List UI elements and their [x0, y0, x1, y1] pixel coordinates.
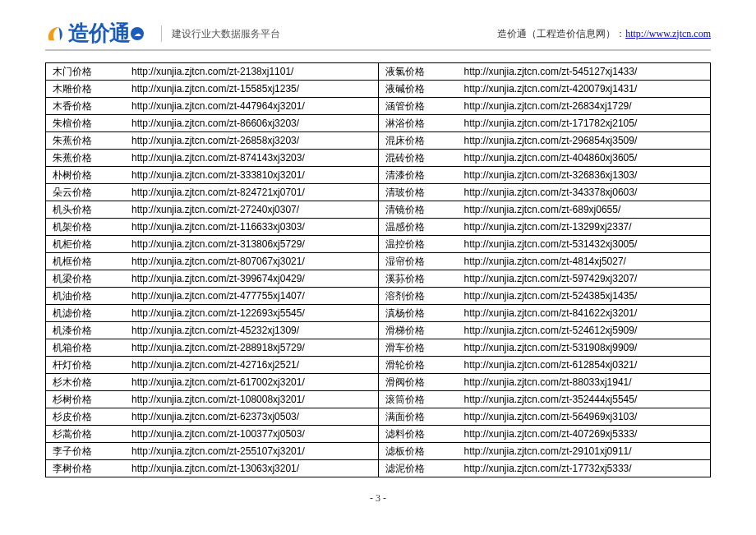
row-url[interactable]: http://xunjia.zjtcn.com/zt-17732xj5333/ [461, 460, 711, 477]
row-url[interactable]: http://xunjia.zjtcn.com/zt-824721xj0701/ [128, 184, 378, 201]
row-url[interactable]: http://xunjia.zjtcn.com/zt-326836xj1303/ [461, 167, 711, 183]
row-name: 朱楦价格 [46, 115, 128, 131]
row-url[interactable]: http://xunjia.zjtcn.com/zt-296854xj3509/ [461, 132, 711, 149]
row-name: 滑车价格 [379, 339, 461, 356]
row-url[interactable]: http://xunjia.zjtcn.com/zt-343378xj0603/ [461, 184, 711, 201]
row-url[interactable]: http://xunjia.zjtcn.com/zt-404860xj3605/ [461, 150, 711, 166]
page-header: 造价通 ☁ 建设行业大数据服务平台 造价通（工程造价信息网）：http://ww… [45, 23, 711, 51]
row-url[interactable]: http://xunjia.zjtcn.com/zt-26858xj3203/ [128, 132, 378, 149]
table-row: 机框价格http://xunjia.zjtcn.com/zt-807067xj3… [46, 253, 378, 270]
row-url[interactable]: http://xunjia.zjtcn.com/zt-333810xj3201/ [128, 167, 378, 183]
row-name: 温控价格 [379, 236, 461, 252]
row-name: 混砖价格 [379, 150, 461, 166]
row-url[interactable]: http://xunjia.zjtcn.com/zt-874143xj3203/ [128, 150, 378, 166]
row-url[interactable]: http://xunjia.zjtcn.com/zt-86606xj3203/ [128, 115, 378, 131]
table-row: 机滤价格http://xunjia.zjtcn.com/zt-122693xj5… [46, 305, 378, 322]
table-row: 朱楦价格http://xunjia.zjtcn.com/zt-86606xj32… [46, 115, 378, 132]
row-name: 滑阀价格 [379, 374, 461, 390]
row-url[interactable]: http://xunjia.zjtcn.com/zt-617002xj3201/ [128, 374, 378, 390]
row-url[interactable]: http://xunjia.zjtcn.com/zt-531432xj3005/ [461, 236, 711, 252]
row-url[interactable]: http://xunjia.zjtcn.com/zt-4814xj5027/ [461, 253, 711, 270]
row-url[interactable]: http://xunjia.zjtcn.com/zt-597429xj3207/ [461, 270, 711, 287]
data-table: 木门价格http://xunjia.zjtcn.com/zt-2138xj110… [45, 62, 711, 477]
row-url[interactable]: http://xunjia.zjtcn.com/zt-62373xj0503/ [128, 408, 378, 425]
table-row: 木门价格http://xunjia.zjtcn.com/zt-2138xj110… [46, 63, 378, 81]
row-url[interactable]: http://xunjia.zjtcn.com/zt-313806xj5729/ [128, 236, 378, 252]
row-url[interactable]: http://xunjia.zjtcn.com/zt-407269xj5333/ [461, 426, 711, 442]
page-number: - 3 - [45, 492, 711, 505]
row-name: 液氯价格 [379, 63, 461, 80]
row-url[interactable]: http://xunjia.zjtcn.com/zt-26834xj1729/ [461, 98, 711, 114]
row-url[interactable]: http://xunjia.zjtcn.com/zt-29101xj0911/ [461, 443, 711, 459]
table-row: 杉树价格http://xunjia.zjtcn.com/zt-108008xj3… [46, 391, 378, 408]
table-row: 淋浴价格http://xunjia.zjtcn.com/zt-171782xj2… [379, 115, 711, 132]
row-url[interactable]: http://xunjia.zjtcn.com/zt-13299xj2337/ [461, 219, 711, 235]
row-name: 木门价格 [46, 63, 128, 80]
row-url[interactable]: http://xunjia.zjtcn.com/zt-108008xj3201/ [128, 391, 378, 408]
table-row: 朴树价格http://xunjia.zjtcn.com/zt-333810xj3… [46, 167, 378, 184]
table-row: 机头价格http://xunjia.zjtcn.com/zt-27240xj03… [46, 201, 378, 219]
row-name: 清漆价格 [379, 167, 461, 183]
row-url[interactable]: http://xunjia.zjtcn.com/zt-27240xj0307/ [128, 201, 378, 218]
row-url[interactable]: http://xunjia.zjtcn.com/zt-841622xj3201/ [461, 305, 711, 321]
cloud-badge-icon: ☁ [131, 28, 143, 39]
row-name: 清玻价格 [379, 184, 461, 201]
table-row: 朱蕉价格http://xunjia.zjtcn.com/zt-874143xj3… [46, 150, 378, 167]
row-name: 湿帘价格 [379, 253, 461, 270]
row-url[interactable]: http://xunjia.zjtcn.com/zt-524612xj5909/ [461, 322, 711, 339]
table-row: 满面价格http://xunjia.zjtcn.com/zt-564969xj3… [379, 408, 711, 426]
table-row: 杆灯价格http://xunjia.zjtcn.com/zt-42716xj25… [46, 357, 378, 374]
row-url[interactable]: http://xunjia.zjtcn.com/zt-545127xj1433/ [461, 63, 711, 80]
row-url[interactable]: http://xunjia.zjtcn.com/zt-116633xj0303/ [128, 219, 378, 235]
row-url[interactable]: http://xunjia.zjtcn.com/zt-447964xj3201/ [128, 98, 378, 114]
row-name: 滑梯价格 [379, 322, 461, 339]
row-url[interactable]: http://xunjia.zjtcn.com/zt-122693xj5545/ [128, 305, 378, 321]
table-row: 滚筒价格http://xunjia.zjtcn.com/zt-352444xj5… [379, 391, 711, 408]
table-row: 溪荪价格http://xunjia.zjtcn.com/zt-597429xj3… [379, 270, 711, 288]
row-url[interactable]: http://xunjia.zjtcn.com/zt-612854xj0321/ [461, 357, 711, 373]
row-url[interactable]: http://xunjia.zjtcn.com/zt-531908xj9909/ [461, 339, 711, 356]
row-url[interactable]: http://xunjia.zjtcn.com/zt-100377xj0503/ [128, 426, 378, 442]
table-row: 滤泥价格http://xunjia.zjtcn.com/zt-17732xj53… [379, 460, 711, 477]
row-url[interactable]: http://xunjia.zjtcn.com/zt-255107xj3201/ [128, 443, 378, 459]
row-url[interactable]: http://xunjia.zjtcn.com/zt-13063xj3201/ [128, 460, 378, 477]
row-url[interactable]: http://xunjia.zjtcn.com/zt-2138xj1101/ [128, 63, 378, 80]
row-url[interactable]: http://xunjia.zjtcn.com/zt-88033xj1941/ [461, 374, 711, 390]
row-url[interactable]: http://xunjia.zjtcn.com/zt-807067xj3021/ [128, 253, 378, 270]
table-row: 清漆价格http://xunjia.zjtcn.com/zt-326836xj1… [379, 167, 711, 184]
row-name: 木香价格 [46, 98, 128, 114]
row-url[interactable]: http://xunjia.zjtcn.com/zt-352444xj5545/ [461, 391, 711, 408]
table-row: 杉木价格http://xunjia.zjtcn.com/zt-617002xj3… [46, 374, 378, 391]
row-name: 杉树价格 [46, 391, 128, 408]
table-row: 温感价格http://xunjia.zjtcn.com/zt-13299xj23… [379, 219, 711, 236]
page-container: 造价通 ☁ 建设行业大数据服务平台 造价通（工程造价信息网）：http://ww… [0, 0, 756, 514]
row-name: 朱蕉价格 [46, 132, 128, 149]
row-url[interactable]: http://xunjia.zjtcn.com/zt-524385xj1435/ [461, 288, 711, 304]
table-row: 杉蒿价格http://xunjia.zjtcn.com/zt-100377xj0… [46, 426, 378, 443]
row-url[interactable]: http://xunjia.zjtcn.com/zt-477755xj1407/ [128, 288, 378, 304]
row-url[interactable]: http://xunjia.zjtcn.com/zt-420079xj1431/ [461, 81, 711, 97]
row-name: 朱蕉价格 [46, 150, 128, 166]
table-row: 清玻价格http://xunjia.zjtcn.com/zt-343378xj0… [379, 184, 711, 201]
row-name: 滇杨价格 [379, 305, 461, 321]
row-name: 机梁价格 [46, 270, 128, 287]
table-row: 湿帘价格http://xunjia.zjtcn.com/zt-4814xj502… [379, 253, 711, 270]
row-url[interactable]: http://xunjia.zjtcn.com/zt-689xj0655/ [461, 201, 711, 218]
row-url[interactable]: http://xunjia.zjtcn.com/zt-399674xj0429/ [128, 270, 378, 287]
row-url[interactable]: http://xunjia.zjtcn.com/zt-15585xj1235/ [128, 81, 378, 97]
row-url[interactable]: http://xunjia.zjtcn.com/zt-45232xj1309/ [128, 322, 378, 339]
header-link[interactable]: http://www.zjtcn.com [625, 28, 711, 39]
brand-block: 造价通 ☁ 建设行业大数据服务平台 [45, 23, 280, 44]
table-column-right: 液氯价格http://xunjia.zjtcn.com/zt-545127xj1… [379, 63, 711, 477]
row-url[interactable]: http://xunjia.zjtcn.com/zt-42716xj2521/ [128, 357, 378, 373]
row-url[interactable]: http://xunjia.zjtcn.com/zt-564969xj3103/ [461, 408, 711, 425]
row-name: 满面价格 [379, 408, 461, 425]
row-name: 机头价格 [46, 201, 128, 218]
row-url[interactable]: http://xunjia.zjtcn.com/zt-171782xj2105/ [461, 115, 711, 131]
row-name: 李子价格 [46, 443, 128, 459]
table-row: 李树价格http://xunjia.zjtcn.com/zt-13063xj32… [46, 460, 378, 477]
row-url[interactable]: http://xunjia.zjtcn.com/zt-288918xj5729/ [128, 339, 378, 356]
row-name: 杆灯价格 [46, 357, 128, 373]
table-row: 混床价格http://xunjia.zjtcn.com/zt-296854xj3… [379, 132, 711, 150]
row-name: 机框价格 [46, 253, 128, 270]
